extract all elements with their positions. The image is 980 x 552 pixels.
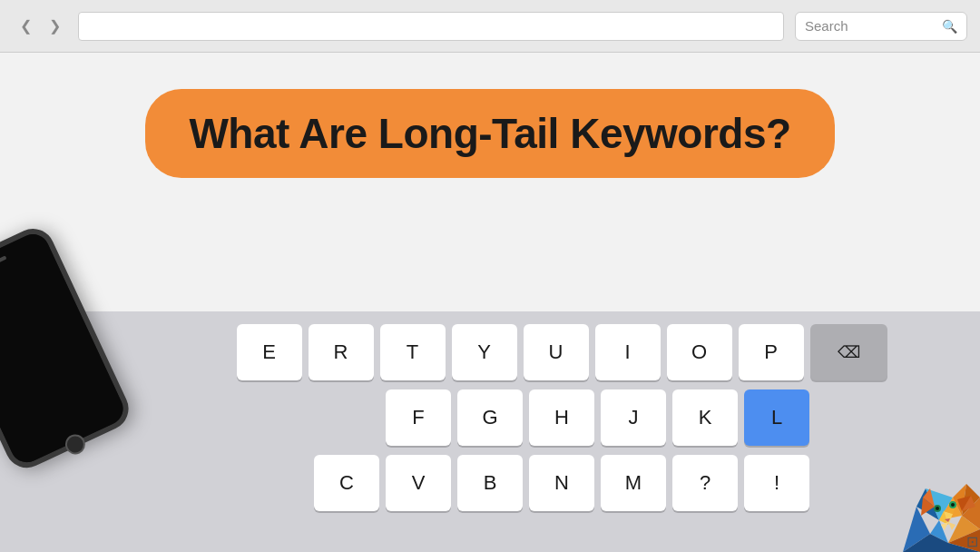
key-t[interactable]: T [380,324,446,380]
key-c[interactable]: C [314,455,379,511]
key-g[interactable]: G [457,389,523,446]
key-n[interactable]: N [529,455,594,511]
address-bar[interactable] [78,12,784,41]
nav-buttons: ❮ ❯ [13,14,67,39]
search-label: Search [805,18,848,34]
search-icon: 🔍 [942,19,957,34]
browser-bar: ❮ ❯ Search 🔍 [0,0,980,53]
key-k[interactable]: K [672,389,738,446]
keyboard-row-3: C V B N M ? ! [13,455,967,511]
forward-button[interactable]: ❯ [42,14,67,39]
headline-badge: What Are Long-Tail Keywords? [145,89,834,178]
keyboard-row-1: E R T Y U I O P ⌫ [13,324,967,380]
key-i[interactable]: I [595,324,661,380]
back-button[interactable]: ❮ [13,14,38,39]
svg-point-17 [951,503,955,507]
key-v[interactable]: V [386,455,451,511]
key-u[interactable]: U [524,324,589,380]
key-f[interactable]: F [386,389,451,446]
delete-key[interactable]: ⌫ [810,324,887,380]
crop-icon: ⊡ [966,533,978,550]
main-content: What Are Long-Tail Keywords? E R T Y U I… [0,53,980,552]
key-l[interactable]: L [744,389,809,446]
key-question[interactable]: ? [672,455,738,511]
key-b[interactable]: B [457,455,523,511]
headline-text: What Are Long-Tail Keywords? [189,110,790,157]
key-e[interactable]: E [237,324,302,380]
key-r[interactable]: R [309,324,374,380]
key-p[interactable]: P [739,324,804,380]
key-exclamation[interactable]: ! [744,455,809,511]
key-y[interactable]: Y [452,324,517,380]
keyboard-area: E R T Y U I O P ⌫ F G H J K L C V [0,311,980,552]
keyboard-row-2: F G H J K L [13,389,967,446]
search-box[interactable]: Search 🔍 [795,12,967,41]
key-m[interactable]: M [601,455,666,511]
key-o[interactable]: O [667,324,732,380]
key-j[interactable]: J [601,389,666,446]
key-h[interactable]: H [529,389,594,446]
svg-marker-24 [948,522,956,530]
svg-point-16 [936,507,939,510]
